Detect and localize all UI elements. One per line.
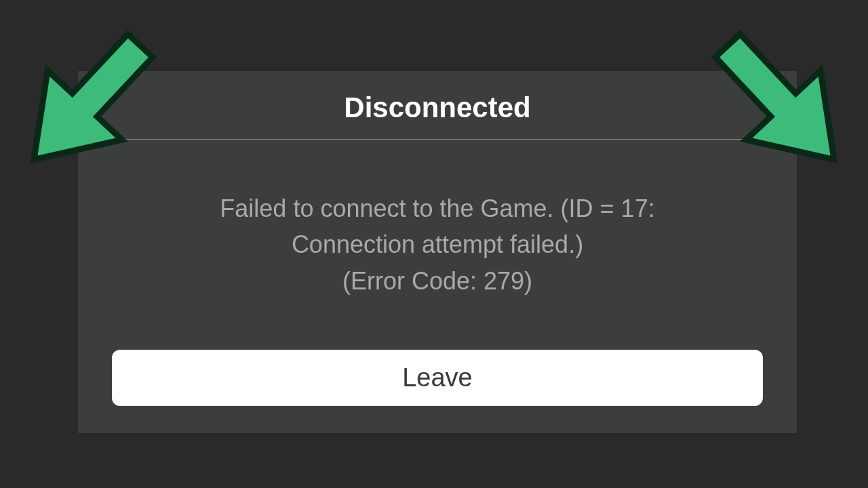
leave-button[interactable]: Leave [112,350,763,406]
dialog-message: Failed to connect to the Game. (ID = 17:… [112,190,763,299]
dialog-divider [112,139,763,140]
disconnect-dialog: Disconnected Failed to connect to the Ga… [78,71,797,433]
dialog-title: Disconnected [112,92,763,124]
